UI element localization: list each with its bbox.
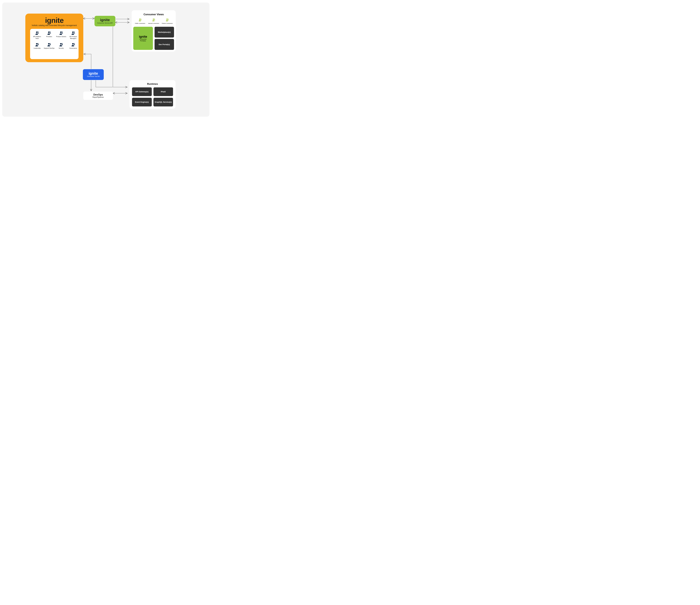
connector-toolkit-block: ignite Connector Tool Kit bbox=[83, 69, 104, 80]
persona-item: API Product Managers bbox=[68, 31, 79, 39]
consumer-views-right-col: Marketplace(s) Dev Portal(s) bbox=[154, 27, 174, 50]
user-icon bbox=[71, 31, 75, 35]
devops-subtitle: Repo/Pipelines bbox=[93, 96, 104, 98]
user-icon bbox=[35, 31, 39, 35]
catalog-title: ignite bbox=[45, 16, 64, 25]
user-icon bbox=[59, 31, 63, 35]
svg-point-25 bbox=[153, 19, 154, 20]
persona-label: Security bbox=[59, 47, 64, 49]
svg-point-24 bbox=[141, 19, 141, 19]
persona-item: Security bbox=[56, 43, 67, 49]
runtime-tile: API Gateway(s) bbox=[132, 88, 152, 96]
consumer-portal-title: ignite bbox=[139, 35, 147, 39]
consumer-types-row: Public Consumers Internal Consumers Part… bbox=[133, 19, 174, 24]
persona-item: Product Owners bbox=[56, 31, 67, 38]
api-box-subtitle: Consumer Service API bbox=[97, 22, 113, 24]
svg-point-8 bbox=[38, 31, 39, 32]
svg-point-12 bbox=[61, 31, 62, 32]
consumer-type-item: Internal Consumers bbox=[148, 19, 159, 24]
svg-point-11 bbox=[60, 31, 61, 33]
consumer-views-tiles: ignite Consumer Portal(s) Marketplace(s)… bbox=[133, 27, 174, 50]
svg-point-14 bbox=[74, 31, 74, 32]
persona-label: API Product Managers bbox=[68, 36, 79, 39]
runtimes-title: Runtimes bbox=[147, 82, 158, 86]
devops-title: DevOps bbox=[93, 93, 103, 96]
persona-item: API Platform Team bbox=[31, 31, 43, 39]
user-icon bbox=[47, 43, 51, 46]
catalog-block: ignite holistic catalog with extended li… bbox=[25, 14, 83, 62]
svg-point-27 bbox=[166, 19, 168, 20]
persona-label: API Platform Team bbox=[31, 36, 43, 39]
consumer-type-label: Partner Consumers bbox=[162, 23, 173, 24]
consumer-type-label: Public Consumers bbox=[135, 23, 145, 24]
runtime-tile: iPaaS bbox=[153, 88, 173, 96]
runtime-tile: Event Engine(s) bbox=[132, 98, 152, 106]
personas-grid: API Platform Team Providers Product Owne… bbox=[31, 31, 77, 49]
user-icon bbox=[59, 43, 63, 46]
svg-point-10 bbox=[50, 31, 50, 32]
user-icon bbox=[166, 19, 169, 22]
svg-point-23 bbox=[139, 19, 140, 20]
user-icon bbox=[139, 19, 142, 22]
user-icon bbox=[152, 19, 155, 22]
svg-point-18 bbox=[50, 43, 50, 44]
svg-point-26 bbox=[154, 19, 155, 19]
user-icon bbox=[71, 43, 75, 46]
diagram-canvas: ignite holistic catalog with extended li… bbox=[2, 2, 209, 117]
devops-block: DevOps Repo/Pipelines bbox=[83, 92, 113, 100]
persona-item: Governance bbox=[68, 43, 79, 49]
svg-point-15 bbox=[36, 43, 38, 45]
user-icon bbox=[35, 43, 39, 46]
consumer-type-label: Internal Consumers bbox=[148, 23, 159, 24]
svg-point-20 bbox=[61, 43, 62, 44]
consumer-portal-line3: Portal(s) bbox=[140, 40, 146, 42]
persona-label: Providers bbox=[46, 36, 52, 38]
user-icon bbox=[47, 31, 51, 35]
svg-point-22 bbox=[74, 43, 74, 44]
consumer-views-title: Consumer Views bbox=[144, 13, 164, 16]
marketplace-tile: Marketplace(s) bbox=[154, 27, 174, 38]
dev-portal-tile: Dev Portal(s) bbox=[154, 39, 174, 50]
runtimes-grid: API Gateway(s) iPaaS Event Engine(s) Gra… bbox=[132, 88, 173, 106]
persona-label: Support/ DevOps bbox=[44, 47, 55, 49]
svg-point-9 bbox=[48, 31, 49, 33]
catalog-subtitle: holistic catalog with extended lifecycle… bbox=[32, 24, 77, 26]
connector-subtitle: Connector Tool Kit bbox=[87, 75, 100, 77]
persona-label: Product Owners bbox=[56, 36, 66, 38]
personas-panel: API Platform Team Providers Product Owne… bbox=[30, 29, 78, 59]
consumer-portal-line2: Consumer bbox=[140, 38, 147, 40]
svg-point-16 bbox=[38, 43, 39, 44]
svg-point-28 bbox=[168, 19, 168, 19]
consumer-type-item: Partner Consumers bbox=[162, 19, 173, 24]
persona-label: Leadership bbox=[33, 47, 41, 49]
api-box-title: ignite bbox=[100, 18, 110, 22]
svg-point-13 bbox=[72, 31, 74, 33]
persona-item: Leadership bbox=[31, 43, 43, 49]
runtime-tile: GraphQL Service(s) bbox=[153, 98, 173, 106]
svg-point-17 bbox=[48, 43, 49, 45]
connector-title: ignite bbox=[89, 71, 98, 75]
consumer-service-api-block: ignite Consumer Service API bbox=[95, 16, 115, 26]
runtimes-panel: Runtimes API Gateway(s) iPaaS Event Engi… bbox=[129, 80, 176, 109]
svg-point-19 bbox=[60, 43, 61, 45]
consumer-portal-block: ignite Consumer Portal(s) bbox=[133, 27, 153, 50]
consumer-views-panel: Consumer Views Public Consumers Internal… bbox=[132, 10, 176, 51]
svg-point-7 bbox=[36, 31, 38, 33]
persona-item: Providers bbox=[44, 31, 55, 38]
persona-item: Support/ DevOps bbox=[44, 43, 55, 49]
svg-point-21 bbox=[72, 43, 74, 45]
persona-label: Governance bbox=[70, 47, 77, 49]
consumer-type-item: Public Consumers bbox=[134, 19, 146, 24]
